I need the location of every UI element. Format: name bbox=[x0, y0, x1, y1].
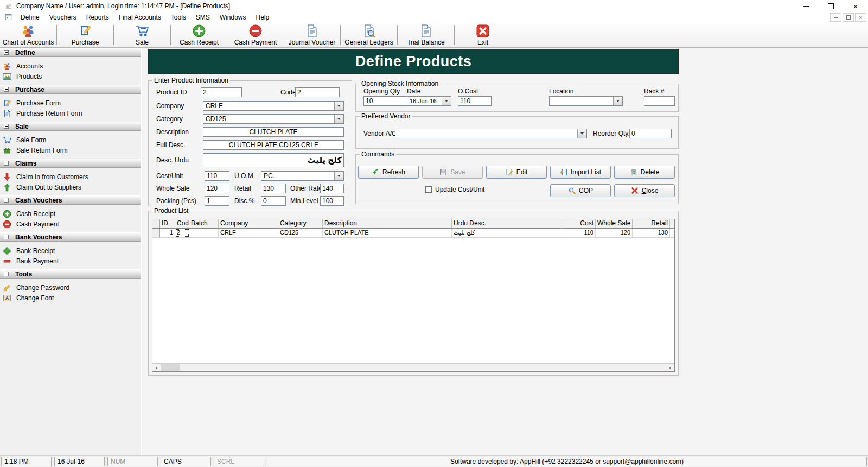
horizontal-scrollbar[interactable]: ‹ › bbox=[152, 363, 674, 371]
toolbar-purchase[interactable]: Purchase bbox=[57, 23, 113, 47]
uom-combo[interactable]: PC. bbox=[261, 171, 344, 181]
full-desc-field[interactable] bbox=[203, 140, 344, 150]
column-header-description[interactable]: Description bbox=[323, 219, 452, 228]
date-combo[interactable]: 16-Jun-16 bbox=[407, 96, 451, 106]
sidebar-item-purchase-return-form[interactable]: Purchase Return Form bbox=[0, 108, 141, 118]
column-header-code[interactable]: Code bbox=[175, 219, 189, 228]
collapse-icon bbox=[4, 124, 9, 129]
whole-sale-field[interactable] bbox=[205, 184, 229, 193]
chevron-down-icon[interactable] bbox=[334, 115, 343, 123]
code-field[interactable] bbox=[295, 87, 340, 97]
retail-field[interactable] bbox=[261, 184, 286, 193]
vendor-ac-combo[interactable] bbox=[395, 129, 587, 138]
sidebar-item-accounts[interactable]: Accounts bbox=[0, 61, 141, 71]
menu-tools[interactable]: Tools bbox=[166, 12, 191, 22]
column-header-company[interactable]: Company bbox=[219, 219, 278, 228]
location-combo[interactable] bbox=[549, 96, 623, 106]
import-list-button[interactable]: Import List bbox=[550, 166, 611, 179]
opening-qty-field[interactable] bbox=[363, 96, 409, 106]
description-field[interactable] bbox=[203, 127, 344, 137]
column-header-batch[interactable]: Batch bbox=[189, 219, 219, 228]
sidebar-item-change-password[interactable]: Change Password bbox=[0, 282, 141, 293]
desc-urdu-field[interactable] bbox=[203, 153, 344, 167]
save-button[interactable]: Save bbox=[422, 166, 483, 179]
company-combo[interactable]: CRLF bbox=[203, 101, 344, 111]
min-level-field[interactable] bbox=[320, 196, 344, 206]
sidebar-item-label: Sale Return Form bbox=[16, 147, 68, 154]
refresh-button[interactable]: Refresh bbox=[358, 166, 419, 179]
chevron-down-icon[interactable] bbox=[334, 172, 343, 180]
restore-button[interactable] bbox=[818, 0, 843, 12]
sidebar-section-sale[interactable]: Sale bbox=[0, 122, 141, 131]
rack-field[interactable] bbox=[644, 96, 675, 106]
scroll-right-icon[interactable]: › bbox=[666, 364, 674, 371]
sidebar-section-define[interactable]: Define bbox=[0, 48, 141, 57]
edit-button[interactable]: Edit bbox=[486, 166, 547, 179]
toolbar-sale[interactable]: Sale bbox=[114, 23, 170, 47]
sidebar-section-claims[interactable]: Claims bbox=[0, 159, 141, 168]
toolbar-exit[interactable]: Exit bbox=[455, 23, 511, 47]
sidebar-item-bank-receipt[interactable]: Bank Receipt bbox=[0, 245, 141, 256]
product-id-field[interactable] bbox=[201, 87, 242, 97]
delete-button[interactable]: Delete bbox=[614, 166, 675, 179]
cost-unit-field[interactable] bbox=[205, 171, 229, 181]
sidebar-item-cash-receipt[interactable]: Cash Receipt bbox=[0, 209, 141, 219]
sidebar-item-claim-out[interactable]: Claim Out to Suppliers bbox=[0, 182, 141, 192]
toolbar-cash-receipt[interactable]: Cash Receipt bbox=[171, 23, 227, 47]
mdi-restore-button[interactable] bbox=[843, 13, 854, 22]
sidebar-item-change-font[interactable]: AChange Font bbox=[0, 293, 141, 303]
sidebar-item-claim-in[interactable]: Claim In from Customers bbox=[0, 172, 141, 182]
chevron-down-icon[interactable] bbox=[577, 129, 586, 138]
sidebar-item-products[interactable]: Products bbox=[0, 71, 141, 81]
menu-final-accounts[interactable]: Final Accounts bbox=[114, 12, 166, 22]
sidebar-item-cash-payment[interactable]: Cash Payment bbox=[0, 219, 141, 229]
chevron-down-icon[interactable] bbox=[613, 97, 622, 105]
scrollbar-thumb[interactable] bbox=[161, 364, 180, 371]
cop-button[interactable]: COP bbox=[550, 184, 611, 197]
close-button[interactable]: × bbox=[843, 0, 868, 12]
menu-windows[interactable]: Windows bbox=[215, 12, 251, 22]
ocost-field[interactable] bbox=[458, 96, 492, 106]
disc-field[interactable] bbox=[261, 196, 286, 206]
sidebar-section-cash-vouchers[interactable]: Cash Vouchers bbox=[0, 195, 141, 205]
chevron-down-icon[interactable] bbox=[334, 102, 343, 110]
toolbar-cash-payment[interactable]: Cash Payment bbox=[227, 23, 284, 47]
sidebar-item-purchase-form[interactable]: Purchase Form bbox=[0, 98, 141, 108]
menu-reports[interactable]: Reports bbox=[81, 12, 114, 22]
toolbar-trial-balance[interactable]: Trial Balance bbox=[398, 23, 454, 47]
cell-description: CLUTCH PLATE bbox=[323, 229, 452, 237]
packing-field[interactable] bbox=[205, 196, 229, 206]
toolbar-general-ledgers[interactable]: General Ledgers bbox=[341, 23, 397, 47]
chevron-down-icon[interactable] bbox=[442, 97, 451, 105]
column-header-whole-sale[interactable]: Whole Sale bbox=[596, 219, 633, 228]
menu-help[interactable]: Help bbox=[251, 12, 275, 22]
update-cost-checkbox[interactable] bbox=[425, 186, 432, 193]
sidebar-item-bank-payment[interactable]: Bank Payment bbox=[0, 256, 141, 266]
sidebar-item-sale-form[interactable]: Sale Form bbox=[0, 135, 141, 145]
import-icon bbox=[560, 168, 567, 176]
minimize-button[interactable] bbox=[793, 0, 818, 12]
column-header-retail[interactable]: Retail bbox=[633, 219, 670, 228]
column-header-cost[interactable]: Cost bbox=[560, 219, 596, 228]
column-header-id[interactable]: ID bbox=[160, 219, 175, 228]
scroll-left-icon[interactable]: ‹ bbox=[152, 364, 161, 371]
close-form-button[interactable]: Close bbox=[614, 184, 675, 197]
sidebar-section-bank-vouchers[interactable]: Bank Vouchers bbox=[0, 232, 141, 242]
other-rate-field[interactable] bbox=[320, 184, 344, 193]
column-header-urdu-desc[interactable]: Urdu Desc. bbox=[452, 219, 560, 228]
column-header-category[interactable]: Category bbox=[278, 219, 323, 228]
sidebar-section-purchase[interactable]: Purchase bbox=[0, 85, 141, 94]
menu-sms[interactable]: SMS bbox=[191, 12, 215, 22]
menu-define[interactable]: Define bbox=[16, 12, 44, 22]
reorder-qty-field[interactable] bbox=[629, 129, 672, 138]
mdi-minimize-button[interactable] bbox=[830, 13, 841, 22]
toolbar-chart-of-accounts[interactable]: Chart of Accounts bbox=[0, 23, 56, 47]
sidebar-item-sale-return-form[interactable]: Sale Return Form bbox=[0, 145, 141, 155]
menu-vouchers[interactable]: Vouchers bbox=[44, 12, 81, 22]
table-row[interactable]: 1 2 CRLF CD125 CLUTCH PLATE کلچ پلیٹ 110… bbox=[152, 229, 674, 238]
mdi-close-button[interactable]: × bbox=[855, 13, 866, 22]
row-selector[interactable] bbox=[152, 229, 160, 237]
toolbar-journal-voucher[interactable]: Journal Voucher bbox=[284, 23, 340, 47]
sidebar-section-tools[interactable]: Tools bbox=[0, 269, 141, 279]
category-combo[interactable]: CD125 bbox=[203, 114, 344, 124]
